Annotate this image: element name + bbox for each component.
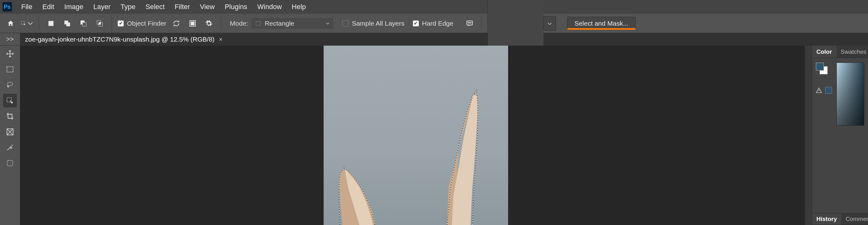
- feedback-button[interactable]: [463, 17, 476, 30]
- color-panel: [812, 58, 868, 130]
- menu-filter[interactable]: Filter: [169, 1, 195, 13]
- menu-image[interactable]: Image: [59, 1, 88, 13]
- subtract-selection-icon: [80, 20, 87, 27]
- svg-rect-10: [191, 22, 194, 25]
- checkbox-checked-icon: ✔: [413, 20, 419, 27]
- svg-rect-1: [49, 21, 54, 26]
- foreground-swatch[interactable]: [816, 63, 824, 71]
- crop-icon: [6, 112, 14, 120]
- home-button[interactable]: [4, 17, 17, 30]
- tool-preset-button[interactable]: [21, 17, 33, 30]
- menu-help[interactable]: Help: [287, 1, 311, 13]
- gamut-swatch[interactable]: [825, 87, 832, 94]
- intersect-selection-button[interactable]: [93, 17, 106, 30]
- menu-window[interactable]: Window: [252, 1, 287, 13]
- menu-edit[interactable]: Edit: [37, 1, 59, 13]
- mode-select[interactable]: Rectangle: [252, 19, 333, 28]
- frame-icon: [6, 128, 14, 136]
- document-canvas[interactable]: [323, 45, 508, 225]
- history-panel-tabs: History Comments: [812, 213, 868, 225]
- object-selection-icon: [21, 20, 26, 27]
- spot-heal-icon: [6, 159, 14, 167]
- menu-plugins[interactable]: Plugins: [220, 1, 252, 13]
- app-logo[interactable]: Ps: [2, 2, 12, 11]
- sample-all-layers-checkbox[interactable]: Sample All Layers: [342, 20, 404, 27]
- home-icon: [7, 20, 14, 27]
- close-document-button[interactable]: ×: [219, 36, 223, 43]
- options-gear-button[interactable]: [203, 17, 215, 30]
- right-panels: Color Swatches Gra History Comments: [812, 45, 868, 225]
- add-selection-icon: [63, 20, 71, 27]
- tab-history[interactable]: History: [812, 214, 841, 225]
- object-finder-checkbox[interactable]: ✔ Object Finder: [118, 20, 166, 27]
- gear-icon: [205, 20, 213, 27]
- mode-value: Rectangle: [265, 20, 294, 27]
- menu-file[interactable]: File: [16, 1, 37, 13]
- menu-bar: Ps File Edit Image Layer Type Select Fil…: [0, 0, 868, 14]
- feedback-icon: [466, 20, 473, 27]
- mode-label: Mode:: [230, 20, 248, 27]
- chevron-down-icon: [326, 22, 330, 25]
- menu-type[interactable]: Type: [116, 1, 141, 13]
- svg-point-15: [471, 23, 471, 23]
- overlay-icon: [189, 20, 196, 27]
- color-panel-tabs: Color Swatches Gra: [812, 45, 868, 58]
- show-objects-button[interactable]: [186, 17, 199, 30]
- tools-panel: [0, 45, 20, 225]
- main-area: Color Swatches Gra History Comments: [0, 45, 868, 225]
- separator: [39, 17, 39, 30]
- hard-edge-checkbox[interactable]: ✔ Hard Edge: [413, 20, 454, 27]
- marquee-icon: [6, 65, 14, 73]
- chevron-down-icon: [548, 22, 552, 26]
- panel-expand-button[interactable]: >>: [0, 33, 20, 45]
- subtract-selection-button[interactable]: [77, 17, 90, 30]
- svg-point-13: [468, 23, 469, 23]
- document-title: zoe-gayah-jonker-uhnbTZC7N9k-unsplash.jp…: [25, 36, 215, 43]
- add-selection-button[interactable]: [61, 17, 73, 30]
- marquee-tool[interactable]: [3, 63, 17, 76]
- svg-rect-8: [99, 23, 101, 24]
- intersect-selection-icon: [96, 20, 103, 27]
- canvas-content: [323, 45, 508, 225]
- select-subject-dropdown[interactable]: [544, 16, 556, 31]
- options-bar: ✔ Object Finder Mode: Rectangle Sample A…: [0, 14, 868, 33]
- fg-bg-swatches[interactable]: [816, 63, 828, 74]
- color-field[interactable]: [836, 63, 864, 126]
- svg-rect-11: [256, 22, 261, 25]
- rectangle-marquee-icon: [255, 20, 261, 27]
- refresh-icon: [173, 20, 180, 27]
- frame-tool[interactable]: [3, 125, 17, 139]
- hard-edge-label: Hard Edge: [422, 20, 454, 27]
- checkbox-unchecked-icon: [342, 20, 349, 27]
- tab-color[interactable]: Color: [812, 45, 836, 58]
- eyedropper-tool[interactable]: [3, 141, 17, 154]
- menu-layer[interactable]: Layer: [89, 1, 116, 13]
- tab-comments[interactable]: Comments: [841, 214, 868, 225]
- separator: [221, 17, 221, 30]
- new-selection-button[interactable]: [45, 17, 57, 30]
- select-and-mask-button[interactable]: Select and Mask...: [567, 17, 636, 30]
- refresh-button[interactable]: [170, 17, 183, 30]
- sample-all-label: Sample All Layers: [352, 20, 404, 27]
- lasso-tool[interactable]: [3, 78, 17, 92]
- lasso-icon: [6, 81, 14, 89]
- canvas-area[interactable]: [20, 45, 812, 225]
- object-selection-tool[interactable]: [3, 94, 17, 107]
- svg-rect-20: [7, 160, 12, 166]
- gamut-warning-icon[interactable]: [816, 87, 822, 93]
- separator: [112, 17, 112, 30]
- document-tab-row: >> zoe-gayah-jonker-uhnbTZC7N9k-unsplash…: [0, 33, 868, 45]
- menu-view[interactable]: View: [195, 1, 219, 13]
- move-tool[interactable]: [3, 47, 17, 61]
- crop-tool[interactable]: [3, 109, 17, 123]
- move-icon: [6, 50, 14, 58]
- document-tab[interactable]: zoe-gayah-jonker-uhnbTZC7N9k-unsplash.jp…: [20, 33, 228, 45]
- menu-select[interactable]: Select: [141, 1, 169, 13]
- new-selection-icon: [47, 20, 55, 27]
- svg-rect-3: [66, 23, 70, 26]
- chevron-down-icon: [28, 20, 33, 27]
- separator: [482, 17, 482, 30]
- tab-swatches[interactable]: Swatches: [836, 45, 868, 58]
- vertical-scrollbar[interactable]: [805, 45, 812, 225]
- healing-tool[interactable]: [3, 156, 17, 170]
